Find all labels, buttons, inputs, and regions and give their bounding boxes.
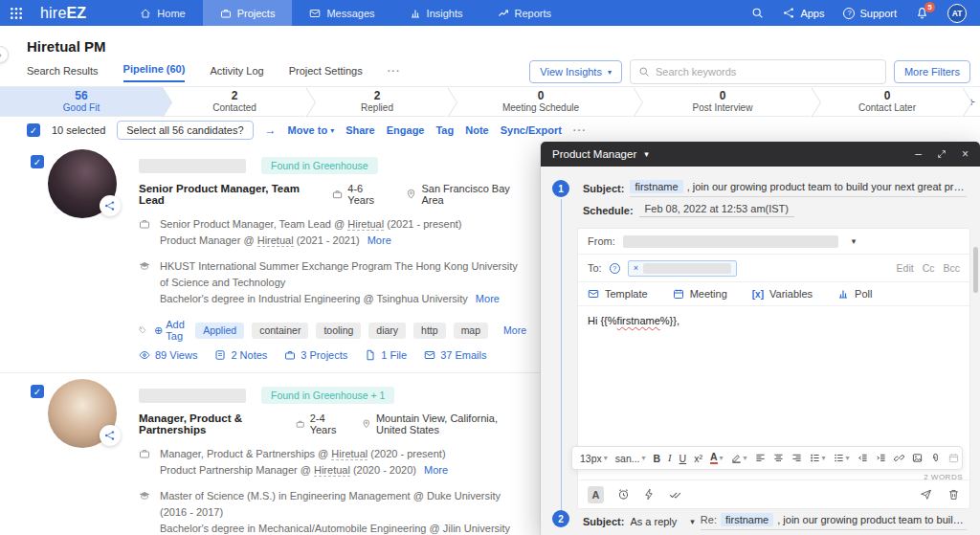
font-family-dropdown[interactable]: san...▾ xyxy=(615,453,646,464)
user-avatar[interactable]: AT xyxy=(947,4,967,23)
share-network-icon[interactable] xyxy=(100,195,121,216)
work-more-link[interactable]: More xyxy=(424,464,448,476)
font-size-dropdown[interactable]: 13px▾ xyxy=(580,453,608,464)
candidate-name-redacted[interactable] xyxy=(139,159,246,173)
underline-button[interactable]: U xyxy=(679,453,687,464)
help-icon[interactable]: ? xyxy=(610,263,620,274)
share-network-icon[interactable] xyxy=(100,425,121,446)
candidate-name-redacted[interactable] xyxy=(139,389,246,403)
nav-item-projects[interactable]: Projects xyxy=(203,0,293,26)
stage-meeting-schedule[interactable]: 0Meeting Schedule xyxy=(448,87,634,116)
engage-button[interactable]: Engage xyxy=(387,124,425,136)
stage-contact-later[interactable]: 0Contact Later xyxy=(812,87,963,116)
note-button[interactable]: Note xyxy=(465,124,488,136)
superscript-button[interactable]: x² xyxy=(694,453,702,464)
poll-tab[interactable]: Poll xyxy=(837,288,872,300)
reply-subject-input[interactable]: Re: firstname , join our growing product… xyxy=(701,513,967,530)
template-tab[interactable]: Template xyxy=(588,288,648,300)
text-color-button[interactable]: A▾ xyxy=(710,452,724,464)
modal-scrollbar[interactable] xyxy=(973,247,978,293)
sync-export-button[interactable]: Sync/Export xyxy=(501,124,562,136)
company-link[interactable]: Hiretual xyxy=(331,448,368,460)
close-icon[interactable]: × xyxy=(962,147,969,161)
tag-chip[interactable]: map xyxy=(454,323,488,339)
share-button[interactable]: Share xyxy=(345,124,375,136)
views-link[interactable]: 89 Views xyxy=(139,349,197,361)
stage-replied[interactable]: 2Replied xyxy=(306,87,448,116)
edit-recipients-link[interactable]: Edit xyxy=(897,262,914,274)
candidate-photo[interactable] xyxy=(48,379,117,448)
send-icon[interactable] xyxy=(920,488,932,501)
modal-header[interactable]: Product Manager ▾ – × xyxy=(541,142,980,167)
select-all-checkbox[interactable]: ✓ xyxy=(27,123,40,137)
apps-menu[interactable]: Apps xyxy=(783,7,824,19)
notes-link[interactable]: 2 Notes xyxy=(214,349,267,361)
nav-item-reports[interactable]: Reports xyxy=(480,0,569,26)
tag-chip[interactable]: container xyxy=(252,323,308,339)
stage-contacted[interactable]: 2Contacted xyxy=(163,87,306,116)
bullet-list-button[interactable]: ▾ xyxy=(834,453,850,463)
minimize-button[interactable]: – xyxy=(915,147,922,161)
keyword-search[interactable] xyxy=(630,59,886,84)
support-menu[interactable]: ?Support xyxy=(843,8,897,19)
delete-draft-icon[interactable] xyxy=(947,488,960,501)
education-more-link[interactable]: More xyxy=(476,293,500,304)
tab-activity-log[interactable]: Activity Log xyxy=(210,65,263,82)
nav-item-home[interactable]: Home xyxy=(122,0,202,26)
projects-link[interactable]: 3 Projects xyxy=(284,349,347,361)
align-center-button[interactable] xyxy=(773,453,784,463)
insert-link-button[interactable] xyxy=(894,453,904,463)
chevron-down-icon[interactable]: ▾ xyxy=(852,236,857,246)
bcc-link[interactable]: Bcc xyxy=(943,262,960,274)
tabs-more-button[interactable]: ··· xyxy=(388,65,401,82)
tag-chip[interactable]: diary xyxy=(368,323,406,339)
candidate-checkbox[interactable]: ✓ xyxy=(31,385,44,398)
nav-item-messages[interactable]: Messages xyxy=(292,0,391,26)
search-icon[interactable] xyxy=(751,7,764,19)
tab-project-settings[interactable]: Project Settings xyxy=(289,65,363,82)
highlight-button[interactable]: ▾ xyxy=(731,453,747,463)
firstname-variable-chip[interactable]: firstname xyxy=(630,180,682,193)
cc-link[interactable]: Cc xyxy=(923,262,935,274)
attach-file-button[interactable] xyxy=(930,453,941,463)
more-actions-button[interactable]: ··· xyxy=(573,124,587,136)
quick-action-bolt-icon[interactable] xyxy=(643,488,656,501)
work-more-link[interactable]: More xyxy=(368,234,391,246)
firstname-variable-chip[interactable]: firstname xyxy=(721,513,773,526)
company-link[interactable]: Hiretual xyxy=(257,234,294,247)
plain-text-toggle[interactable]: A xyxy=(588,486,604,503)
tag-button[interactable]: Tag xyxy=(435,124,454,136)
remove-recipient-icon[interactable]: × xyxy=(634,263,638,273)
emails-link[interactable]: 37 Emails xyxy=(424,349,486,361)
insert-image-button[interactable] xyxy=(912,453,923,463)
select-all-candidates-button[interactable]: Select all 56 candidates? xyxy=(117,121,253,140)
recipient-chip[interactable]: × xyxy=(628,260,737,277)
search-input[interactable] xyxy=(656,66,878,78)
expand-icon[interactable] xyxy=(937,149,947,159)
italic-button[interactable]: I xyxy=(668,453,672,463)
company-link[interactable]: Hiretual xyxy=(347,218,384,231)
candidate-photo[interactable] xyxy=(48,149,117,218)
insert-calendar-button[interactable] xyxy=(948,453,959,463)
tag-chip[interactable]: Applied xyxy=(195,323,244,339)
outdent-button[interactable] xyxy=(858,453,868,463)
tag-chip[interactable]: tooling xyxy=(316,323,361,339)
align-right-button[interactable] xyxy=(791,453,802,463)
align-left-button[interactable] xyxy=(755,453,766,463)
stage-good-fit[interactable]: 56Good Fit xyxy=(0,87,163,116)
company-link[interactable]: Hiretual xyxy=(314,464,350,477)
reply-mode-dropdown[interactable]: As a reply▾ xyxy=(630,516,694,527)
bold-button[interactable]: B xyxy=(654,453,661,464)
schedule-value[interactable]: Feb 08, 2022 at 12:53 am(IST) xyxy=(639,203,794,217)
tab-pipeline[interactable]: Pipeline (60) xyxy=(123,63,186,82)
meeting-tab[interactable]: Meeting xyxy=(673,288,727,300)
from-address-redacted[interactable] xyxy=(623,235,838,248)
candidate-checkbox[interactable]: ✓ xyxy=(31,155,44,168)
ordered-list-button[interactable]: ▾ xyxy=(810,453,826,463)
more-filters-button[interactable]: More Filters xyxy=(894,60,970,83)
nav-item-insights[interactable]: Insights xyxy=(392,0,480,26)
chevron-down-icon[interactable]: ▾ xyxy=(644,149,649,159)
subject-input[interactable]: firstname , join our growing product tea… xyxy=(630,180,967,197)
send-later-alarm-icon[interactable] xyxy=(617,488,630,501)
tags-more-link[interactable]: More xyxy=(503,324,526,336)
